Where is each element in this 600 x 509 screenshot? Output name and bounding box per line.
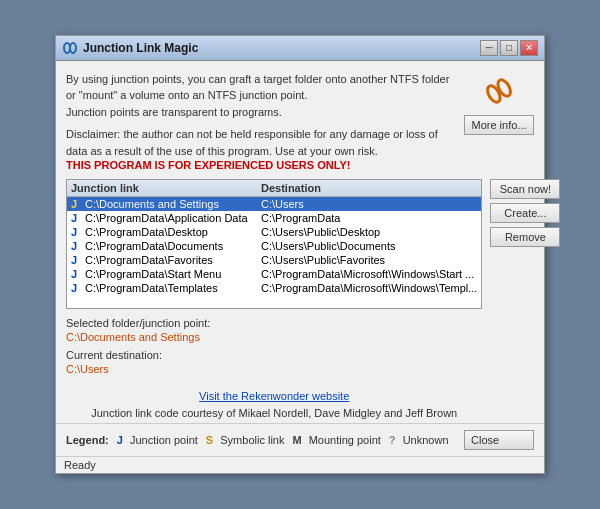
row-junction-path: C:\ProgramData\Desktop	[85, 226, 261, 238]
window-title: Junction Link Magic	[83, 41, 198, 55]
destination-value: C:\Users	[66, 363, 482, 375]
legend-q: ? Unknown	[389, 434, 449, 446]
row-destination-path: C:\Users\Public\Favorites	[261, 254, 477, 266]
row-junction-path: C:\ProgramData\Documents	[85, 240, 261, 252]
table-row[interactable]: J C:\ProgramData\Start Menu C:\ProgramDa…	[67, 267, 481, 281]
description-line1: By using junction points, you can graft …	[66, 71, 456, 104]
chain-icon	[479, 71, 519, 111]
info-section: Selected folder/junction point: C:\Docum…	[66, 309, 482, 385]
table-row[interactable]: J C:\ProgramData\Application Data C:\Pro…	[67, 211, 481, 225]
website-link[interactable]: Visit the Rekenwonder website	[199, 390, 349, 402]
description-line2: Junction points are transparent to progr…	[66, 104, 456, 121]
footer: Legend: J Junction point S Symbolic link…	[56, 423, 544, 456]
table-header: Junction link Destination	[67, 180, 481, 197]
row-destination-path: C:\ProgramData\Microsoft\Windows\Templ..…	[261, 282, 477, 294]
row-destination-path: C:\ProgramData\Microsoft\Windows\Start .…	[261, 268, 477, 280]
minimize-button[interactable]: ─	[480, 40, 498, 56]
junction-table: Junction link Destination J C:\Documents…	[66, 179, 482, 309]
table-row[interactable]: J C:\Documents and Settings C:\Users	[67, 197, 481, 211]
status-text: Ready	[64, 459, 96, 471]
row-junction-path: C:\ProgramData\Templates	[85, 282, 261, 294]
legend-s: S Symbolic link	[206, 434, 285, 446]
scan-now-button[interactable]: Scan now!	[490, 179, 560, 199]
main-window: Junction Link Magic ─ □ ✕ By using junct…	[55, 35, 545, 475]
legend-m: M Mounting point	[292, 434, 380, 446]
left-panel: Junction link Destination J C:\Documents…	[66, 179, 482, 423]
status-bar: Ready	[56, 456, 544, 473]
table-body[interactable]: J C:\Documents and Settings C:\Users J C…	[67, 197, 481, 305]
row-type-icon: J	[71, 198, 85, 210]
table-row[interactable]: J C:\ProgramData\Documents C:\Users\Publ…	[67, 239, 481, 253]
link-area: Visit the Rekenwonder website	[66, 389, 482, 403]
legend-s-symbol: S	[206, 434, 213, 446]
right-buttons: Scan now! Create... Remove	[490, 179, 560, 423]
legend-m-symbol: M	[292, 434, 301, 446]
title-bar: Junction Link Magic ─ □ ✕	[56, 36, 544, 61]
svg-point-2	[485, 83, 503, 104]
maximize-button[interactable]: □	[500, 40, 518, 56]
legend-area: Legend: J Junction point S Symbolic link…	[66, 434, 449, 446]
table-row[interactable]: J C:\ProgramData\Favorites C:\Users\Publ…	[67, 253, 481, 267]
junction-column-header: Junction link	[71, 182, 261, 194]
warning-text: THIS PROGRAM IS FOR EXPERIENCED USERS ON…	[66, 159, 456, 171]
row-destination-path: C:\ProgramData	[261, 212, 477, 224]
more-info-button[interactable]: More info...	[464, 115, 534, 135]
title-buttons: ─ □ ✕	[480, 40, 538, 56]
description-block: By using junction points, you can graft …	[66, 71, 456, 172]
row-junction-path: C:\ProgramData\Application Data	[85, 212, 261, 224]
folder-value: C:\Documents and Settings	[66, 331, 482, 343]
content-area: By using junction points, you can graft …	[56, 61, 544, 424]
legend-q-symbol: ?	[389, 434, 396, 446]
svg-point-3	[495, 77, 513, 98]
destination-label: Current destination:	[66, 349, 482, 361]
row-type-icon: J	[71, 240, 85, 252]
remove-button[interactable]: Remove	[490, 227, 560, 247]
destination-column-header: Destination	[261, 182, 477, 194]
more-info-area: More info...	[464, 71, 534, 172]
table-row[interactable]: J C:\ProgramData\Templates C:\ProgramDat…	[67, 281, 481, 295]
legend-title: Legend:	[66, 434, 109, 446]
row-junction-path: C:\Documents and Settings	[85, 198, 261, 210]
row-type-icon: J	[71, 282, 85, 294]
description-area: By using junction points, you can graft …	[66, 71, 534, 172]
main-area: Junction link Destination J C:\Documents…	[66, 179, 534, 423]
legend-j: J Junction point	[117, 434, 198, 446]
row-junction-path: C:\ProgramData\Start Menu	[85, 268, 261, 280]
window-close-button[interactable]: ✕	[520, 40, 538, 56]
app-title-icon	[62, 40, 78, 56]
row-type-icon: J	[71, 254, 85, 266]
row-destination-path: C:\Users	[261, 198, 477, 210]
row-type-icon: J	[71, 212, 85, 224]
row-type-icon: J	[71, 226, 85, 238]
row-destination-path: C:\Users\Public\Desktop	[261, 226, 477, 238]
row-destination-path: C:\Users\Public\Documents	[261, 240, 477, 252]
table-row[interactable]: J C:\ProgramData\Desktop C:\Users\Public…	[67, 225, 481, 239]
close-button[interactable]: Close	[464, 430, 534, 450]
row-type-icon: J	[71, 268, 85, 280]
create-button[interactable]: Create...	[490, 203, 560, 223]
legend-j-symbol: J	[117, 434, 123, 446]
credits-text: Junction link code courtesy of Mikael No…	[66, 407, 482, 419]
folder-label: Selected folder/junction point:	[66, 317, 482, 329]
title-bar-left: Junction Link Magic	[62, 40, 198, 56]
svg-point-1	[70, 43, 76, 53]
row-junction-path: C:\ProgramData\Favorites	[85, 254, 261, 266]
disclaimer-text: Disclaimer: the author can not be held r…	[66, 126, 456, 159]
